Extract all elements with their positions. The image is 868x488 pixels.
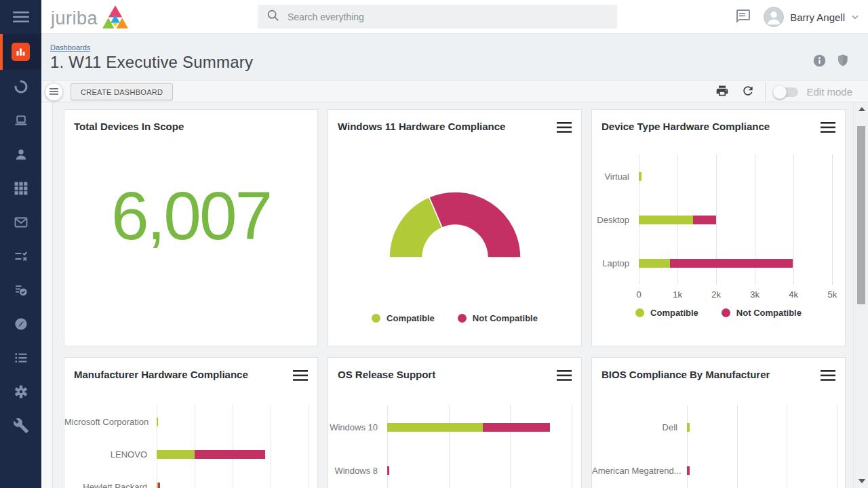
category-label: Desktop [592, 215, 639, 225]
sidebar-item-admin-tools[interactable] [0, 409, 41, 443]
shield-icon[interactable] [836, 53, 850, 68]
bar-segment-not-compatible[interactable] [687, 466, 690, 475]
bar-segment-compatible[interactable] [157, 418, 158, 426]
bar-segment-not-compatible[interactable] [158, 483, 160, 488]
card-device-type-hardware-compliance: Device Type Hardware Compliance VirtualD… [591, 109, 846, 346]
card-title: BIOS Compliance By Manufacturer [601, 369, 770, 380]
bar-segment-compatible[interactable] [639, 216, 693, 224]
card-title: OS Release Support [338, 369, 435, 380]
sidebar-item-projects[interactable] [0, 70, 41, 104]
envelope-icon [13, 214, 29, 230]
legend-dot [635, 308, 644, 317]
bar-track [387, 423, 572, 432]
search-bar [258, 5, 617, 28]
chart-row: Windows 8 [328, 449, 581, 488]
sidebar [0, 0, 41, 488]
legend-label: Not Compatible [473, 313, 538, 323]
sidebar-item-dashboards[interactable] [0, 34, 41, 70]
bar-segment-compatible[interactable] [639, 259, 670, 268]
hamburger-icon [293, 373, 308, 383]
donut-slice-not-compatible[interactable] [429, 192, 520, 258]
card-manufacturer-hardware-compliance: Manufacturer Hardware Compliance Microso… [64, 357, 318, 488]
avatar[interactable] [764, 7, 784, 27]
chat-bubble-icon [735, 8, 751, 26]
card-os-release-support: OS Release Support Windows 10Windows 8 [328, 357, 582, 488]
bar-segment-not-compatible[interactable] [693, 216, 716, 224]
dashboard-content: Total Devices In Scope 6,007 Windows 11 … [41, 102, 868, 488]
sidebar-menu-toggle[interactable] [0, 0, 41, 34]
bar-segment-not-compatible[interactable] [670, 259, 793, 268]
user-name[interactable]: Barry Angell [790, 12, 845, 23]
card-menu-button[interactable] [557, 369, 572, 384]
bar-segment-compatible[interactable] [157, 450, 195, 459]
chart-legend: CompatibleNot Compatible [592, 308, 845, 318]
breadcrumb-link[interactable]: Dashboards [50, 43, 90, 52]
search-input[interactable] [288, 12, 609, 22]
edit-mode-toggle[interactable] [775, 87, 798, 97]
bar-segment-not-compatible[interactable] [387, 466, 389, 475]
chart-row: Hewlett Packard [64, 470, 317, 488]
scrollbar-thumb[interactable] [857, 126, 865, 304]
progress-ring-icon [13, 79, 29, 95]
person-icon [13, 146, 29, 163]
bar-segment-not-compatible[interactable] [195, 450, 265, 459]
sidebar-item-readiness[interactable] [0, 273, 41, 307]
bar-segment-not-compatible[interactable] [483, 423, 551, 432]
gear-icon [13, 384, 29, 400]
laptop-icon [13, 113, 29, 129]
scroll-up-arrow-icon[interactable] [859, 107, 865, 111]
card-menu-button[interactable] [293, 369, 308, 384]
hamburger-icon [50, 87, 58, 97]
toggle-knob [773, 85, 787, 99]
category-label: Dell [592, 422, 687, 432]
sidebar-item-applications[interactable] [0, 171, 41, 205]
sidebar-item-settings[interactable] [0, 375, 41, 409]
app-root: juriba Barry An [0, 0, 868, 488]
legend-label: Compatible [650, 308, 698, 318]
chat-button[interactable] [735, 8, 751, 26]
scroll-down-arrow-icon[interactable] [859, 479, 865, 483]
main-column: juriba Barry An [41, 0, 868, 488]
brand-logo-icon [102, 5, 128, 31]
search-icon [266, 8, 281, 26]
sidebar-item-discovery[interactable] [0, 307, 41, 341]
axis-tick-label: 3k [750, 289, 760, 300]
toolbar-right: Edit mode [709, 81, 868, 103]
refresh-button[interactable] [735, 84, 761, 100]
sidebar-item-lists[interactable] [0, 341, 41, 375]
legend-dot [722, 308, 730, 317]
legend-item: Compatible [635, 308, 698, 318]
legend-label: Not Compatible [736, 308, 802, 318]
card-menu-button[interactable] [557, 121, 572, 136]
card-menu-button[interactable] [821, 121, 835, 136]
hamburger-icon [557, 373, 572, 383]
legend-dot [458, 314, 467, 323]
sidebar-item-tasks[interactable] [0, 239, 41, 273]
card-title: Windows 11 Hardware Compliance [338, 121, 505, 132]
print-button[interactable] [709, 84, 735, 100]
legend-item: Not Compatible [458, 313, 538, 323]
page-title: 1. W11 Executive Summary [50, 53, 253, 72]
bar-segment-compatible[interactable] [639, 172, 642, 181]
chart-row: LENOVO [64, 438, 317, 470]
page-header-icons [812, 41, 856, 80]
panel-toggle-button[interactable] [45, 83, 63, 101]
vertical-scrollbar[interactable] [853, 102, 868, 488]
x-axis-ticks: 01k2k3k4k5k [639, 285, 836, 302]
legend-item: Not Compatible [722, 308, 802, 318]
create-dashboard-button[interactable]: CREATE DASHBOARD [71, 83, 173, 100]
card-menu-button[interactable] [821, 369, 835, 384]
chart-row: Windows 10 [328, 405, 581, 449]
dashboard-grid: Total Devices In Scope 6,007 Windows 11 … [64, 109, 868, 488]
sidebar-item-devices[interactable] [0, 104, 41, 138]
bar-segment-compatible[interactable] [687, 423, 690, 432]
bar-track [687, 423, 837, 432]
chart-row: Dell [592, 405, 845, 449]
chevron-down-icon[interactable] [851, 11, 859, 23]
sidebar-item-mailboxes[interactable] [0, 205, 41, 239]
brand[interactable]: juriba [51, 5, 128, 31]
bar-segment-compatible[interactable] [387, 423, 483, 432]
info-icon[interactable] [812, 54, 827, 68]
category-label: Virtual [592, 171, 639, 182]
sidebar-item-users[interactable] [0, 138, 41, 171]
